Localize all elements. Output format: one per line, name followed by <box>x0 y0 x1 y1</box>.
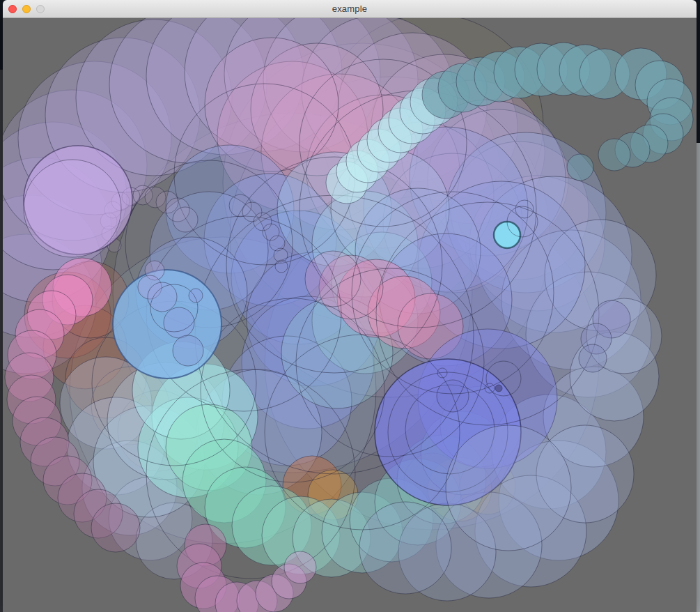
bubble <box>446 425 571 551</box>
bubble <box>598 139 630 171</box>
sliver-right-dark <box>697 0 700 143</box>
bubble <box>284 551 316 583</box>
bubble <box>189 289 203 303</box>
bubble <box>173 207 198 232</box>
window-title: example <box>332 3 368 14</box>
bubble <box>164 307 194 338</box>
bubble <box>567 154 593 181</box>
sliver-right-light <box>697 143 700 612</box>
traffic-lights <box>8 0 45 18</box>
bubble <box>359 502 451 594</box>
bubble <box>275 260 288 273</box>
bubble <box>173 335 203 366</box>
bubble <box>24 160 121 257</box>
titlebar[interactable]: example <box>3 0 697 18</box>
minimize-button[interactable] <box>22 5 31 13</box>
bubble <box>148 282 177 312</box>
bubble <box>494 222 520 248</box>
bubble <box>579 344 607 372</box>
close-button[interactable] <box>8 5 17 13</box>
bubble <box>495 385 502 392</box>
background-window-sliver-right <box>697 0 700 612</box>
app-window: example <box>3 0 697 612</box>
bubble <box>91 503 140 552</box>
zoom-disabled-button <box>36 5 45 13</box>
bubble-canvas[interactable] <box>3 18 697 612</box>
canvas-area <box>3 18 697 612</box>
